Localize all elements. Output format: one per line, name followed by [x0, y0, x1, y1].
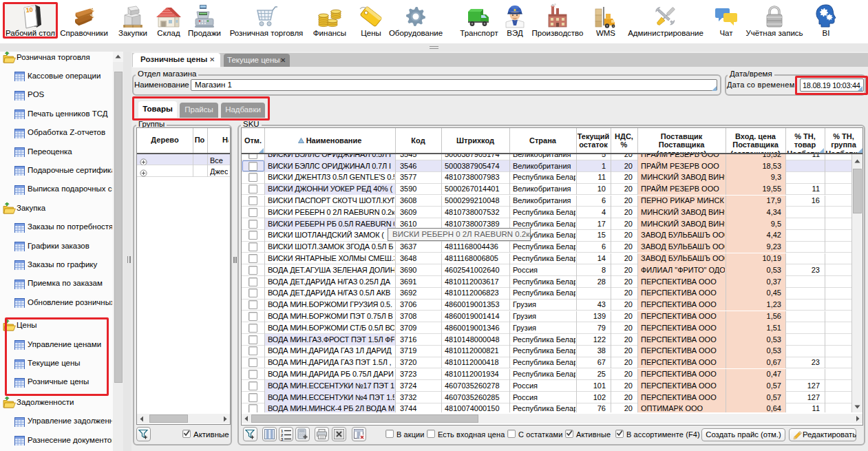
- svg-text:3: 3: [281, 437, 284, 441]
